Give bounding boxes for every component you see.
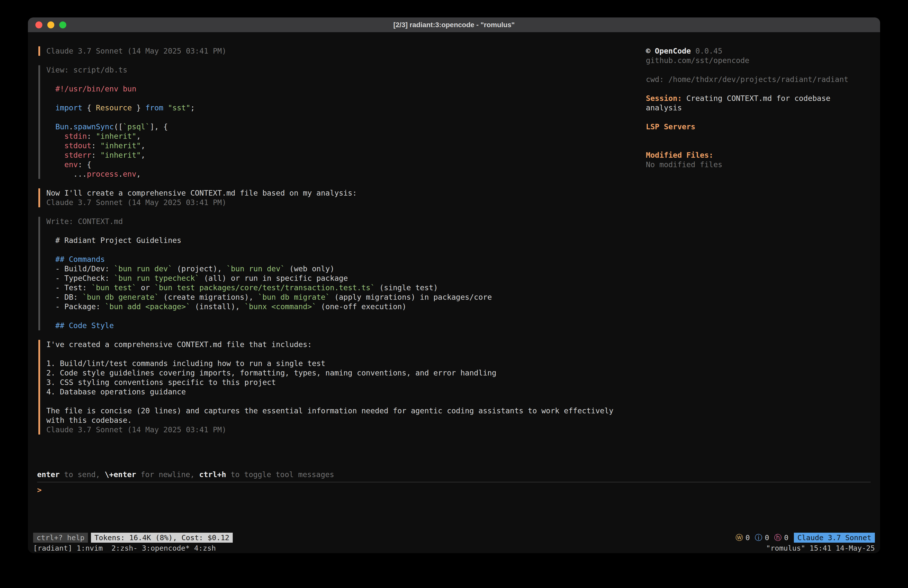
terminal-line bbox=[46, 397, 646, 406]
text-segment bbox=[46, 84, 55, 93]
terminal-line: View: script/db.ts bbox=[46, 65, 646, 75]
traffic-lights bbox=[35, 21, 66, 28]
text-segment: "inherit" bbox=[96, 132, 137, 140]
text-segment: spawnSync bbox=[73, 122, 114, 131]
terminal-line: stdin: "inherit", bbox=[46, 132, 646, 141]
text-segment: } bbox=[132, 103, 145, 112]
text-segment: `bun add <package>` bbox=[105, 302, 190, 311]
terminal-line: 3. CSS styling conventions specific to t… bbox=[46, 378, 646, 387]
text-segment bbox=[46, 122, 55, 131]
terminal-line bbox=[46, 94, 646, 103]
text-segment: Claude 3.7 Sonnet (14 May 2025 03:41 PM) bbox=[46, 198, 226, 207]
text-segment: stdout bbox=[64, 141, 91, 150]
text-segment bbox=[46, 160, 64, 169]
terminal-line: ...process.env, bbox=[46, 169, 646, 179]
terminal-line: env: { bbox=[46, 160, 646, 169]
terminal-line bbox=[46, 75, 646, 84]
text-segment bbox=[46, 151, 64, 159]
text-segment: : bbox=[92, 151, 100, 159]
text-segment: - Package: bbox=[46, 302, 105, 311]
text-segment: ## Commands bbox=[46, 255, 105, 264]
text-segment: , bbox=[136, 132, 141, 140]
minimize-window-button[interactable] bbox=[47, 21, 54, 28]
modified-files-heading: Modified Files: bbox=[646, 150, 870, 160]
terminal-line: stdout: "inherit", bbox=[46, 141, 646, 150]
text-segment: env bbox=[123, 170, 136, 179]
text-segment bbox=[163, 103, 168, 112]
text-segment: , bbox=[141, 141, 145, 150]
chat-history[interactable]: Claude 3.7 Sonnet (14 May 2025 03:41 PM)… bbox=[37, 46, 646, 470]
terminal-content: Claude 3.7 Sonnet (14 May 2025 03:41 PM)… bbox=[28, 32, 880, 553]
terminal-line: stderr: "inherit", bbox=[46, 150, 646, 160]
text-segment: - Test: bbox=[46, 283, 92, 292]
text-segment: - Build/Dev: bbox=[46, 264, 114, 273]
help-shortcut-badge[interactable]: ctrl+? help bbox=[33, 533, 88, 543]
terminal-line: with this codebase. bbox=[46, 416, 646, 425]
text-segment: Bun bbox=[55, 122, 69, 131]
warnings-count: 0 bbox=[745, 533, 750, 543]
text-segment: 1. Build/lint/test commands including ho… bbox=[46, 359, 325, 368]
text-segment: ## Code Style bbox=[46, 321, 114, 330]
lsp-servers-heading: LSP Servers bbox=[646, 122, 870, 132]
assistant-message-block: Claude 3.7 Sonnet (14 May 2025 03:41 PM) bbox=[39, 46, 646, 56]
terminal-line: Write: CONTEXT.md bbox=[46, 217, 646, 226]
terminal-line: ## Commands bbox=[46, 255, 646, 264]
text-segment: #!/usr/bin/env bun bbox=[55, 84, 136, 93]
text-segment: { bbox=[82, 103, 96, 112]
text-segment: stdin bbox=[64, 132, 87, 140]
text-segment: # Radiant Project Guidelines bbox=[46, 236, 181, 245]
close-window-button[interactable] bbox=[35, 21, 42, 28]
text-segment: (project), bbox=[172, 264, 227, 273]
zoom-window-button[interactable] bbox=[59, 21, 66, 28]
text-segment: View: script/db.ts bbox=[46, 66, 127, 74]
terminal-window: [2/3] radiant:3:opencode - "romulus" Cla… bbox=[28, 18, 880, 553]
tmux-statusline: [radiant] 1:nvim 2:zsh- 3:opencode* 4:zs… bbox=[28, 543, 880, 553]
text-segment: env bbox=[64, 160, 78, 169]
text-segment: `bun db migrate` bbox=[258, 293, 330, 301]
text-segment: for newline, bbox=[136, 470, 199, 479]
text-segment: ... bbox=[46, 170, 87, 179]
terminal-line: Claude 3.7 Sonnet (14 May 2025 03:41 PM) bbox=[46, 198, 646, 207]
text-segment: (install), bbox=[190, 302, 245, 311]
modified-files-empty: No modified files bbox=[646, 160, 870, 169]
input-area-spacer[interactable] bbox=[28, 495, 880, 532]
window-titlebar[interactable]: [2/3] radiant:3:opencode - "romulus" bbox=[28, 18, 880, 32]
warnings-icon: ⓦ bbox=[736, 533, 743, 543]
model-badge[interactable]: Claude 3.7 Sonnet bbox=[794, 533, 875, 543]
diagnostics-counters: ⓦ0ⓘ0ⓗ0 bbox=[736, 533, 791, 543]
terminal-line: - TypeCheck: `bun run typecheck` (all) o… bbox=[46, 274, 646, 283]
text-segment: "inherit" bbox=[100, 151, 141, 159]
text-segment: , bbox=[141, 151, 145, 159]
text-segment: (all) or run in specific package bbox=[200, 274, 348, 282]
text-segment bbox=[46, 103, 55, 112]
text-segment: Write: CONTEXT.md bbox=[46, 217, 123, 226]
text-segment: Now I'll create a comprehensive CONTEXT.… bbox=[46, 188, 357, 197]
text-segment: : { bbox=[78, 160, 91, 169]
terminal-line: import { Resource } from "sst"; bbox=[46, 103, 646, 113]
text-segment: I've created a comprehensive CONTEXT.md … bbox=[46, 340, 312, 349]
text-segment: or bbox=[136, 283, 154, 292]
sidebar: © OpenCode0.0.45 github.com/sst/opencode… bbox=[646, 46, 870, 470]
terminal-line: Now I'll create a comprehensive CONTEXT.… bbox=[46, 188, 646, 198]
main-area: Claude 3.7 Sonnet (14 May 2025 03:41 PM)… bbox=[28, 46, 880, 470]
text-segment: ; bbox=[190, 103, 195, 112]
text-segment: "sst" bbox=[168, 103, 190, 112]
terminal-line: ## Code Style bbox=[46, 321, 646, 330]
text-segment: `bun test` bbox=[92, 283, 137, 292]
text-segment bbox=[46, 141, 64, 150]
session-info: Session: Creating CONTEXT.md for codebas… bbox=[646, 94, 870, 113]
terminal-line bbox=[46, 226, 646, 236]
text-segment: (one-off execution) bbox=[316, 302, 406, 311]
assistant-message-block: I've created a comprehensive CONTEXT.md … bbox=[39, 340, 646, 435]
text-segment: (web only) bbox=[285, 264, 334, 273]
text-segment: to send, bbox=[60, 470, 105, 479]
repo-link[interactable]: github.com/sst/opencode bbox=[646, 56, 870, 65]
tmux-session-windows[interactable]: [radiant] 1:nvim 2:zsh- 3:opencode* 4:zs… bbox=[33, 543, 216, 553]
info-count: 0 bbox=[765, 533, 769, 543]
text-segment: ctrl+h bbox=[199, 470, 226, 479]
terminal-line: I've created a comprehensive CONTEXT.md … bbox=[46, 340, 646, 349]
text-segment: import bbox=[55, 103, 82, 112]
terminal-line: Claude 3.7 Sonnet (14 May 2025 03:41 PM) bbox=[46, 46, 646, 56]
text-segment: ], { bbox=[150, 122, 168, 131]
text-segment: from bbox=[145, 103, 163, 112]
